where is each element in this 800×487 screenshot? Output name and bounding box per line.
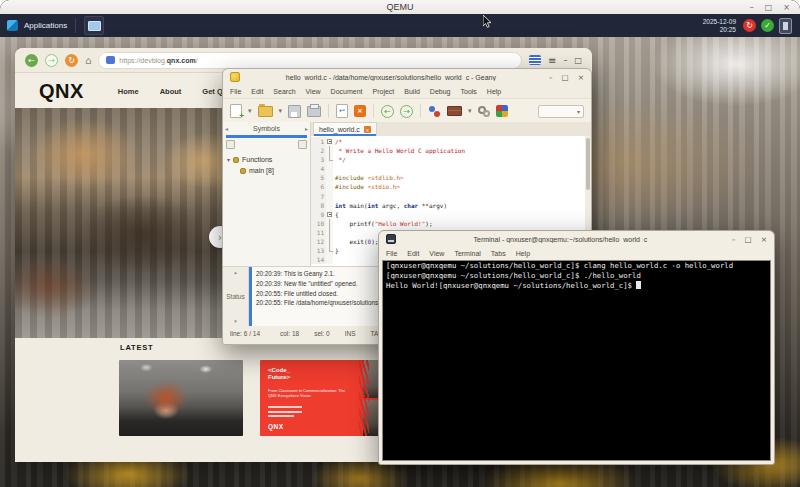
article-card-code-future[interactable]: <Code_ Future> From Classroom to Commerc… (260, 360, 385, 436)
symbols-functions-node[interactable]: ▾ Functions (223, 154, 310, 165)
applications-menu-icon[interactable] (7, 20, 18, 31)
dropdown-icon[interactable]: ▾ (279, 104, 283, 119)
code-line[interactable]: 1/* (311, 137, 585, 146)
clock[interactable]: 2025-12-09 20:25 (703, 18, 736, 33)
save-icon[interactable] (288, 104, 301, 119)
geany-menu-help[interactable]: Help (487, 88, 501, 95)
browser-minimize-icon[interactable]: – (563, 56, 567, 65)
code-line[interactable]: 10 printf("Hello World!"); (311, 219, 585, 228)
qemu-close-icon[interactable]: × (783, 3, 790, 12)
message-tab-status[interactable]: Status (226, 293, 244, 300)
terminal-menu-help[interactable]: Help (516, 250, 530, 257)
terminal-menu-tabs[interactable]: Tabs (491, 250, 506, 257)
geany-titlebar[interactable]: hello_world.c - /data/home/qnxuser/solut… (223, 69, 591, 85)
qnx-logo[interactable]: QNX (39, 80, 84, 103)
reader-view-icon[interactable] (529, 55, 541, 65)
new-file-icon[interactable]: + (230, 104, 242, 119)
tab-close-icon[interactable]: × (364, 126, 371, 133)
qemu-minimize-icon[interactable]: – (750, 3, 754, 12)
browser-forward-icon[interactable]: → (45, 54, 58, 67)
sidebar-tab-scroll-right-icon[interactable]: ▸ (305, 125, 308, 132)
code-line[interactable]: 4 (311, 164, 585, 173)
run-icon[interactable] (478, 104, 490, 119)
geany-sidebar: ◂ Symbols ▸ ▾ Functions main [8] (223, 122, 311, 266)
code-line[interactable]: 7 (311, 192, 585, 201)
site-identity-icon[interactable] (106, 56, 115, 64)
editor-tab-hello-world[interactable]: hello_world.c × (313, 122, 377, 136)
build-icon[interactable] (447, 104, 462, 119)
applications-menu[interactable]: Applications (24, 21, 67, 30)
dropdown-icon[interactable]: ▾ (248, 104, 252, 119)
dropdown-icon[interactable]: ▾ (468, 104, 472, 119)
geany-menu-build[interactable]: Build (404, 88, 420, 95)
notification-icon[interactable]: ↻ (743, 19, 756, 32)
code-line[interactable]: 8int main(int argc, char **argv) (311, 201, 585, 210)
tab-scroll-up-icon[interactable]: ▴ (234, 269, 237, 275)
open-icon[interactable] (258, 104, 273, 119)
scrollbar-thumb[interactable] (586, 138, 590, 190)
geany-menu-project[interactable]: Project (372, 88, 394, 95)
close-file-icon[interactable]: × (354, 104, 366, 119)
terminal-screen[interactable]: [qnxuser@qnxqemu ~/solutions/hello_world… (382, 260, 771, 461)
terminal-menu-edit[interactable]: Edit (407, 250, 419, 257)
nav-back-icon[interactable]: ← (381, 104, 394, 119)
symbols-collapse-icon[interactable] (298, 140, 307, 149)
terminal-close-icon[interactable]: × (761, 235, 767, 244)
symbols-main-node[interactable]: main [8] (223, 165, 310, 176)
browser-home-icon[interactable]: ⌂ (85, 55, 91, 66)
code-line[interactable]: 2 * Write a Hello World C application (311, 146, 585, 155)
symbols-expand-icon[interactable] (226, 140, 235, 149)
browser-menu-icon[interactable]: ≡ (548, 55, 556, 66)
geany-minimize-icon[interactable]: – (549, 73, 553, 82)
qemu-maximize-icon[interactable]: □ (765, 3, 773, 12)
geany-menu-debug[interactable]: Debug (430, 88, 451, 95)
revert-icon[interactable]: ↩ (336, 104, 348, 119)
nav-forward-icon[interactable]: → (400, 104, 413, 119)
clock-time: 20:25 (703, 26, 736, 34)
geany-menu-document[interactable]: Document (331, 88, 363, 95)
line-number: 7 (311, 192, 326, 201)
fold-marker[interactable] (326, 137, 333, 146)
terminal-menu-terminal[interactable]: Terminal (454, 250, 480, 257)
line-number: 9 (311, 210, 326, 219)
terminal-minimize-icon[interactable]: – (732, 235, 736, 244)
geany-menu-search[interactable]: Search (273, 88, 295, 95)
article-card-photo[interactable] (119, 360, 243, 436)
terminal-menu-file[interactable]: File (386, 250, 397, 257)
compile-icon[interactable] (428, 104, 441, 119)
line-number: 10 (311, 219, 326, 228)
geany-close-icon[interactable]: × (578, 73, 584, 82)
qemu-titlebar[interactable]: QEMU – □ × (0, 0, 800, 15)
color-chooser-icon[interactable] (496, 104, 508, 119)
geany-maximize-icon[interactable]: □ (562, 73, 569, 82)
sidebar-tab-symbols[interactable]: Symbols (228, 125, 305, 132)
geany-menu-edit[interactable]: Edit (251, 88, 263, 95)
code-line[interactable]: 9{ (311, 210, 585, 219)
nav-about[interactable]: About (160, 87, 182, 96)
terminal-titlebar[interactable]: Terminal - qnxuser@qnxqemu:~/solutions/h… (379, 231, 774, 247)
browser-maximize-icon[interactable]: □ (574, 56, 582, 65)
tab-scroll-down-icon[interactable]: ▾ (234, 318, 237, 324)
url-bar[interactable]: https://devblog.qnx.com/ (98, 52, 522, 69)
code-line[interactable]: 6#include <stdio.h> (311, 182, 585, 191)
print-icon[interactable] (307, 104, 321, 119)
terminal-maximize-icon[interactable]: □ (745, 235, 752, 244)
tray-icon[interactable] (779, 18, 792, 34)
tree-expander-icon[interactable]: ▾ (227, 156, 230, 163)
code-line[interactable]: 5#include <stdlib.h> (311, 173, 585, 182)
message-window-tabs[interactable]: ▴ Status ▾ (223, 267, 249, 326)
geany-menu-tools[interactable]: Tools (461, 88, 477, 95)
update-check-icon[interactable]: ✓ (761, 19, 774, 32)
geany-menu-view[interactable]: View (306, 88, 321, 95)
geany-menu-file[interactable]: File (230, 88, 241, 95)
fold-marker (326, 155, 333, 164)
browser-reload-icon[interactable]: ↻ (65, 54, 78, 67)
nav-home[interactable]: Home (118, 87, 139, 96)
terminal-menu-view[interactable]: View (429, 250, 444, 257)
terminal-cursor (636, 281, 641, 289)
browser-back-icon[interactable]: ← (25, 54, 38, 67)
goto-line-combo[interactable]: ▾ (538, 105, 584, 118)
fold-marker[interactable] (326, 210, 333, 219)
code-line[interactable]: 3 */ (311, 155, 585, 164)
window-list-button[interactable] (84, 16, 104, 35)
